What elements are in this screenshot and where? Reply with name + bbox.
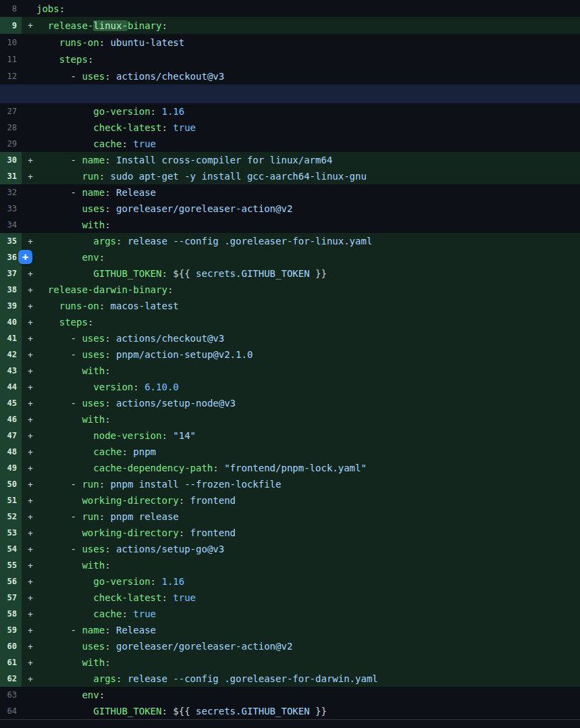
code-token bbox=[36, 463, 93, 473]
code-token bbox=[36, 171, 82, 182]
code-line: node-version: "14" bbox=[36, 427, 196, 444]
diff-row-line-9: 9+ release-linux-binary: bbox=[0, 17, 580, 34]
code-token: secrets.GITHUB_TOKEN bbox=[196, 706, 310, 717]
code-line: with: bbox=[36, 363, 111, 379]
line-number[interactable]: 63 bbox=[0, 687, 22, 703]
line-number[interactable]: 43 bbox=[0, 363, 22, 379]
diff-row-line-46: 46+ with: bbox=[0, 411, 580, 427]
code-token: pnpm release bbox=[111, 511, 179, 522]
code-line: runs-on: ubuntu-latest bbox=[36, 34, 184, 51]
line-number[interactable]: 59 bbox=[0, 622, 22, 638]
line-number[interactable]: 56 bbox=[0, 573, 22, 590]
line-number[interactable]: 48 bbox=[0, 444, 22, 460]
diff-row-line-33: 33 uses: goreleaser/goreleaser-action@v2 bbox=[0, 201, 580, 217]
line-number[interactable]: 46 bbox=[0, 411, 22, 427]
code-token: name bbox=[82, 625, 105, 635]
line-number[interactable]: 54 bbox=[0, 541, 22, 557]
code-token bbox=[36, 252, 82, 263]
code-token: : bbox=[105, 71, 116, 82]
line-number[interactable]: 49 bbox=[0, 460, 22, 476]
line-number[interactable]: 61 bbox=[0, 654, 22, 671]
code-token: go-version bbox=[93, 106, 150, 117]
line-number[interactable]: 39 bbox=[0, 298, 22, 314]
line-number[interactable]: 9 bbox=[0, 17, 22, 34]
code-token: }} bbox=[310, 706, 327, 717]
line-number[interactable]: 38 bbox=[0, 282, 22, 298]
code-token: true bbox=[173, 592, 196, 603]
code-token bbox=[36, 430, 93, 441]
code-token: with bbox=[82, 560, 105, 571]
diff-marker: + bbox=[22, 20, 36, 30]
code-line: env: bbox=[36, 687, 105, 703]
line-number[interactable]: 42 bbox=[0, 346, 22, 363]
diff-row-line-57: 57+ check-latest: true bbox=[0, 590, 580, 606]
diff-row-line-34: 34 with: bbox=[0, 217, 580, 233]
code-line: - uses: actions/checkout@v3 bbox=[36, 330, 224, 346]
code-token: - bbox=[36, 155, 82, 165]
code-token: run bbox=[82, 511, 99, 522]
line-number[interactable]: 50 bbox=[0, 476, 22, 492]
line-number[interactable]: 29 bbox=[0, 136, 22, 152]
line-number[interactable]: 64 bbox=[0, 703, 22, 719]
line-number[interactable]: 45 bbox=[0, 395, 22, 411]
line-number[interactable]: 12 bbox=[0, 68, 22, 84]
line-number[interactable]: 51 bbox=[0, 492, 22, 509]
line-number[interactable]: 52 bbox=[0, 509, 22, 525]
code-token: args bbox=[93, 673, 116, 684]
code-token bbox=[36, 106, 93, 117]
code-line: with: bbox=[36, 557, 111, 573]
code-token bbox=[36, 382, 93, 392]
code-token: binary bbox=[128, 20, 162, 31]
line-number[interactable]: 57 bbox=[0, 590, 22, 606]
line-number[interactable]: 30 bbox=[0, 152, 22, 168]
code-token: env bbox=[82, 252, 99, 263]
diff-marker: + bbox=[22, 593, 36, 603]
code-line: - uses: actions/setup-node@v3 bbox=[36, 395, 236, 411]
line-number[interactable]: 41 bbox=[0, 330, 22, 346]
code-line: check-latest: true bbox=[36, 120, 196, 136]
code-token bbox=[36, 495, 82, 506]
code-token: uses bbox=[82, 641, 105, 652]
line-number[interactable]: 34 bbox=[0, 217, 22, 233]
line-number[interactable]: 44 bbox=[0, 379, 22, 395]
diff-row-line-28: 28 check-latest: true bbox=[0, 120, 580, 136]
code-token: secrets.GITHUB_TOKEN bbox=[196, 268, 310, 279]
code-token: pnpm/action-setup@v2.1.0 bbox=[116, 349, 253, 360]
code-token: - bbox=[36, 625, 82, 635]
line-number[interactable]: 47 bbox=[0, 427, 22, 444]
code-token: : bbox=[116, 673, 128, 684]
line-number[interactable]: 55 bbox=[0, 557, 22, 573]
line-number[interactable]: 40 bbox=[0, 314, 22, 330]
line-number[interactable]: 60 bbox=[0, 638, 22, 654]
add-comment-button[interactable]: + bbox=[18, 250, 32, 264]
code-line: cache-dependency-path: "frontend/pnpm-lo… bbox=[36, 460, 367, 476]
code-line: with: bbox=[36, 217, 111, 233]
code-line: uses: goreleaser/goreleaser-action@v2 bbox=[36, 201, 292, 217]
line-number[interactable]: 8 bbox=[0, 0, 22, 17]
line-number[interactable]: 33 bbox=[0, 201, 22, 217]
code-token: actions/checkout@v3 bbox=[116, 333, 224, 344]
diff-marker: + bbox=[22, 577, 36, 587]
code-token: with bbox=[82, 414, 105, 425]
line-number[interactable]: 10 bbox=[0, 34, 22, 51]
line-number[interactable]: 11 bbox=[0, 51, 22, 68]
line-number[interactable]: 27 bbox=[0, 103, 22, 120]
code-token: goreleaser/goreleaser-action@v2 bbox=[116, 203, 292, 214]
line-number[interactable]: 28 bbox=[0, 120, 22, 136]
line-number[interactable]: 32 bbox=[0, 184, 22, 201]
line-number[interactable]: 35 bbox=[0, 233, 22, 249]
line-number[interactable]: 37 bbox=[0, 265, 22, 282]
expand-hunk-row[interactable] bbox=[0, 84, 580, 103]
code-line: release-linux-binary: bbox=[36, 18, 167, 34]
line-number[interactable]: 58 bbox=[0, 606, 22, 622]
line-number[interactable]: 53 bbox=[0, 525, 22, 541]
line-number[interactable]: 31 bbox=[0, 168, 22, 184]
diff-marker: + bbox=[22, 625, 36, 635]
code-token: GITHUB_TOKEN bbox=[93, 706, 161, 717]
code-token bbox=[36, 576, 93, 587]
code-token: release-darwin-binary bbox=[48, 284, 167, 295]
code-token: run bbox=[82, 171, 99, 182]
line-number[interactable]: 62 bbox=[0, 671, 22, 687]
code-token: actions/checkout@v3 bbox=[116, 71, 224, 82]
code-token: working-directory bbox=[82, 495, 178, 506]
